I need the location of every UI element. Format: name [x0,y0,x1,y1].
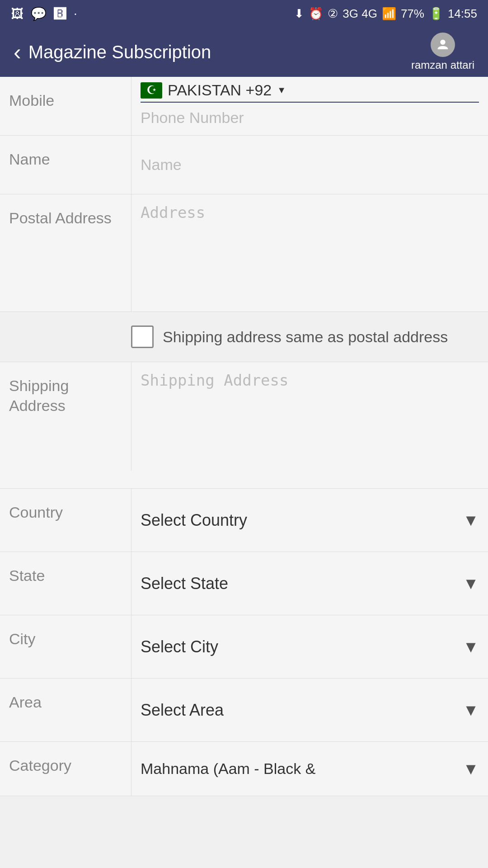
category-dropdown-arrow-icon: ▼ [463,760,479,778]
postal-address-input[interactable] [141,194,479,294]
city-dropdown-area[interactable]: Select City ▼ [131,615,488,678]
postal-address-input-area [131,194,488,311]
country-row: Country Select Country ▼ [0,489,488,552]
whatsapp-icon: 💬 [31,6,47,21]
checkbox-inner: Shipping address same as postal address [131,326,474,348]
battery-icon: 🔋 [429,7,443,21]
battery-label: 77% [401,7,424,21]
country-selected-value: Select Country [141,511,247,530]
country-label: Country [0,489,131,552]
name-input-area [131,136,488,194]
city-label: City [0,615,131,678]
shipping-same-label: Shipping address same as postal address [163,327,448,347]
state-label: State [0,552,131,615]
form-container: Mobile ☪ PAKISTAN +92 ▼ Name Postal Addr… [0,77,488,796]
shipping-same-checkbox[interactable] [131,326,154,348]
status-bar: 🖼 💬 🅱 · ⬇ ⏰ ② 3G 4G 📶 77% 🔋 14:55 [0,0,488,27]
status-bar-left: 🖼 💬 🅱 · [11,6,77,21]
status-bar-right: ⬇ ⏰ ② 3G 4G 📶 77% 🔋 14:55 [294,7,477,21]
state-dropdown[interactable]: Select State ▼ [141,574,479,593]
name-input[interactable] [141,142,479,187]
mobile-row: Mobile ☪ PAKISTAN +92 ▼ [0,77,488,136]
gallery-icon: 🖼 [11,6,23,21]
area-label: Area [0,679,131,741]
area-dropdown-arrow-icon: ▼ [463,701,479,720]
shipping-same-row: Shipping address same as postal address [0,312,488,362]
signal-icon: 📶 [382,7,396,21]
svg-point-0 [440,40,445,45]
download-icon: ⬇ [294,7,304,21]
shipping-address-input-area [131,362,488,471]
user-profile-area[interactable]: ramzan attari [411,33,474,71]
crescent-icon: ☪ [146,83,157,97]
state-dropdown-arrow-icon: ▼ [463,574,479,593]
page-title: Magazine Subscription [28,42,211,62]
shipping-address-row: Shipping Address [0,362,488,489]
back-button[interactable]: ‹ [14,39,21,65]
city-selected-value: Select City [141,637,218,656]
country-dropdown-arrow: ▼ [277,85,286,95]
state-selected-value: Select State [141,574,228,593]
username-label: ramzan attari [411,59,474,71]
category-row: Category Mahnama (Aam - Black & ▼ [0,742,488,796]
country-dropdown-area[interactable]: Select Country ▼ [131,489,488,552]
area-row: Area Select Area ▼ [0,679,488,742]
city-dropdown-arrow-icon: ▼ [463,637,479,656]
phone-number-input[interactable] [141,103,479,131]
city-row: City Select City ▼ [0,615,488,679]
state-dropdown-area[interactable]: Select State ▼ [131,552,488,615]
mobile-label: Mobile [0,77,131,135]
dot-icon: · [74,6,77,21]
shipping-address-label: Shipping Address [0,362,131,429]
network-label: 3G 4G [343,7,377,21]
country-dropdown[interactable]: Select Country ▼ [141,511,479,530]
area-dropdown-area[interactable]: Select Area ▼ [131,679,488,741]
area-selected-value: Select Area [141,701,224,720]
country-code-selector[interactable]: ☪ PAKISTAN +92 ▼ [141,77,479,103]
alarm-icon: ⏰ [309,7,323,21]
user-avatar [431,33,455,57]
city-dropdown[interactable]: Select City ▼ [141,637,479,656]
notification-icon: ② [328,7,338,21]
nav-bar: ‹ Magazine Subscription ramzan attari [0,27,488,77]
country-dropdown-arrow-icon: ▼ [463,511,479,530]
b-icon: 🅱 [54,6,66,21]
country-code-text: PAKISTAN +92 [168,81,272,99]
name-label: Name [0,136,131,194]
category-dropdown[interactable]: Mahnama (Aam - Black & ▼ [141,760,479,778]
postal-address-label: Postal Address [0,194,131,311]
state-row: State Select State ▼ [0,552,488,615]
postal-address-row: Postal Address [0,194,488,312]
category-selected-value: Mahnama (Aam - Black & [141,760,315,778]
time-display: 14:55 [448,7,477,21]
pakistan-flag: ☪ [141,82,162,99]
nav-left: ‹ Magazine Subscription [14,39,211,65]
area-dropdown[interactable]: Select Area ▼ [141,701,479,720]
shipping-address-input[interactable] [141,362,479,471]
mobile-input-area: ☪ PAKISTAN +92 ▼ [131,77,488,135]
category-label: Category [0,742,131,796]
category-dropdown-area[interactable]: Mahnama (Aam - Black & ▼ [131,742,488,796]
name-row: Name [0,136,488,194]
